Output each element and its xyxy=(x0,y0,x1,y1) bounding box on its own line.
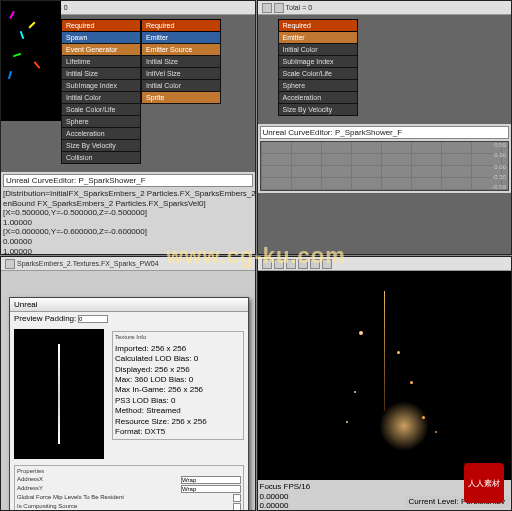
addressx-field[interactable] xyxy=(181,476,241,484)
module-row[interactable]: Lifetime xyxy=(61,56,141,68)
module-row[interactable]: Acceleration xyxy=(61,128,141,140)
curve-editor-title: Unreal CurveEditor: P_SparkShower_F xyxy=(3,174,253,187)
info-row: Max In-Game: 256 x 256 xyxy=(115,385,241,395)
distribution-text: [Distribution=InitialFX_SparksEmbers_2 P… xyxy=(3,189,253,255)
curve-editor-panel: Unreal CurveEditor: P_SparkShower_F 0.59… xyxy=(258,124,512,193)
dialog-title: Unreal xyxy=(10,298,248,312)
total-label: Total = xyxy=(286,4,307,11)
panel-top-left: Total = 0 Required Spawn Event Generator… xyxy=(0,0,256,255)
total-value: 0 xyxy=(308,4,312,11)
axis-tick: -0.59 xyxy=(492,184,506,190)
emitter-modules: Required Spawn Event Generator Lifetime … xyxy=(61,19,235,164)
prop-label: Is Compositing Source xyxy=(17,503,77,511)
axis-tick: -0.30 xyxy=(492,174,506,180)
info-row: Max: 360 LOD Bias: 0 xyxy=(115,375,241,385)
module-row[interactable]: Size By Velocity xyxy=(61,140,141,152)
texinfo-title: Texture Info xyxy=(115,334,241,342)
tool-icon[interactable] xyxy=(274,259,284,269)
module-row[interactable]: Scale Color/Life xyxy=(278,68,358,80)
module-row[interactable]: SubImage Index xyxy=(278,56,358,68)
prop-label: Global Force Mip Levels To Be Resident xyxy=(17,494,124,502)
module-row[interactable]: Spawn xyxy=(61,32,141,44)
module-row[interactable]: Sphere xyxy=(278,80,358,92)
panel-top-right: Total = 0 Required Emitter Initial Color… xyxy=(257,0,513,255)
module-row[interactable]: Scale Color/Life xyxy=(61,104,141,116)
tool-icon[interactable] xyxy=(298,259,308,269)
props-title: Properties xyxy=(17,468,241,474)
texture-dialog: Unreal Preview Padding: Texture Info Imp… xyxy=(9,297,249,511)
info-row: Displayed: 256 x 256 xyxy=(115,365,241,375)
texture-info: Texture Info Imported: 256 x 256 Calcula… xyxy=(108,325,248,463)
render-viewport[interactable] xyxy=(258,271,512,480)
emitter-modules: Required Emitter Initial Color SubImage … xyxy=(278,19,492,116)
info-row: Calculated LOD Bias: 0 xyxy=(115,354,241,364)
module-row[interactable]: Collision xyxy=(61,152,141,164)
emitter-header[interactable]: Required xyxy=(61,19,141,32)
toolbar xyxy=(258,257,512,271)
info-row: PS3 LOD Bias: 0 xyxy=(115,396,241,406)
curve-graph[interactable]: 0.59 0.30 0.00 -0.30 -0.59 xyxy=(260,141,510,191)
module-row[interactable]: Acceleration xyxy=(278,92,358,104)
module-row[interactable]: Emitter xyxy=(278,32,358,44)
prop-label: AddressX xyxy=(17,476,43,484)
tool-icon[interactable] xyxy=(274,3,284,13)
module-row[interactable]: Initial Color xyxy=(278,44,358,56)
module-row[interactable]: Sprite xyxy=(141,92,221,104)
module-row[interactable]: Sphere xyxy=(61,116,141,128)
module-row[interactable]: Size By Velocity xyxy=(278,104,358,116)
tool-icon[interactable] xyxy=(286,259,296,269)
module-row[interactable]: Initial Color xyxy=(141,80,221,92)
axis-tick: 0.30 xyxy=(494,152,506,158)
tool-icon[interactable] xyxy=(310,259,320,269)
tool-icon[interactable] xyxy=(262,3,272,13)
logo-badge: 人人素材 xyxy=(464,463,504,503)
emitter-header[interactable]: Required xyxy=(278,19,358,32)
total-value: 0 xyxy=(64,4,68,11)
texture-preview xyxy=(14,329,104,459)
module-row[interactable]: InitVel Size xyxy=(141,68,221,80)
module-row[interactable]: Initial Size xyxy=(141,56,221,68)
toolbar: SparksEmbers_2.Textures.FX_Sparks_PW04 xyxy=(1,257,255,271)
info-row: Format: DXT5 xyxy=(115,427,241,437)
tool-icon[interactable] xyxy=(5,259,15,269)
padding-label: Preview Padding: xyxy=(14,314,76,323)
info-row: Method: Streamed xyxy=(115,406,241,416)
panel-bottom-left: SparksEmbers_2.Textures.FX_Sparks_PW04 U… xyxy=(0,256,256,511)
module-row[interactable]: SubImage Index xyxy=(61,80,141,92)
tool-icon[interactable] xyxy=(322,259,332,269)
module-row[interactable]: Emitter Source xyxy=(141,44,221,56)
axis-tick: 0.00 xyxy=(494,164,506,170)
emitter-header[interactable]: Required xyxy=(141,19,221,32)
module-row[interactable]: Initial Color xyxy=(61,92,141,104)
tool-icon[interactable] xyxy=(262,259,272,269)
curve-editor-panel: Unreal CurveEditor: P_SparkShower_F [Dis… xyxy=(1,172,255,255)
texture-path: SparksEmbers_2.Textures.FX_Sparks_PW04 xyxy=(17,260,159,267)
prop-label: AddressY xyxy=(17,485,43,493)
toolbar: Total = 0 xyxy=(258,1,512,15)
info-row: Resource Size: 256 x 256 xyxy=(115,417,241,427)
viewport[interactable] xyxy=(1,1,61,121)
curve-editor-title: Unreal CurveEditor: P_SparkShower_F xyxy=(260,126,510,139)
checkbox[interactable] xyxy=(233,503,241,511)
module-row[interactable]: Event Generator xyxy=(61,44,141,56)
checkbox[interactable] xyxy=(233,494,241,502)
axis-tick: 0.59 xyxy=(494,142,506,148)
addressy-field[interactable] xyxy=(181,485,241,493)
module-row[interactable]: Initial Size xyxy=(61,68,141,80)
info-row: Imported: 256 x 256 xyxy=(115,344,241,354)
padding-input[interactable] xyxy=(78,315,108,323)
module-row[interactable]: Emitter xyxy=(141,32,221,44)
